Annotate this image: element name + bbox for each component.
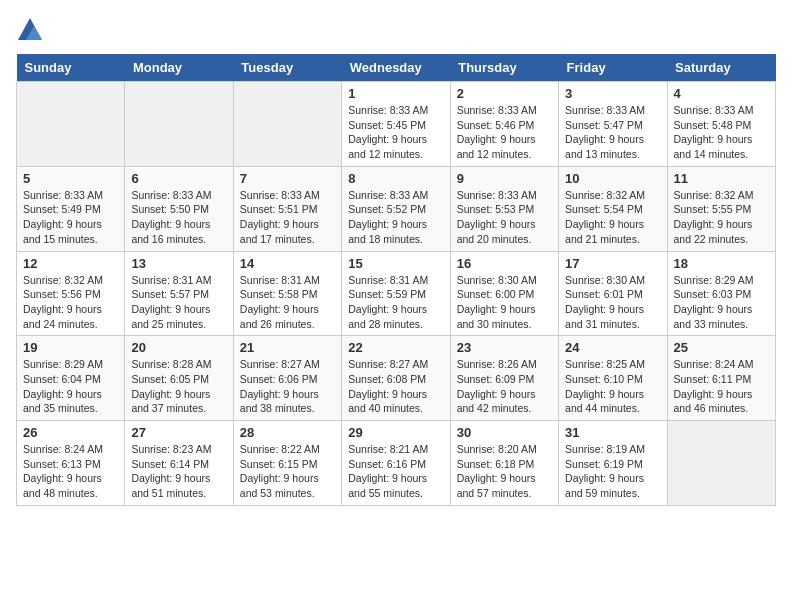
day-cell: 14Sunrise: 8:31 AM Sunset: 5:58 PM Dayli… — [233, 251, 341, 336]
header-cell-friday: Friday — [559, 54, 667, 82]
day-detail: Sunrise: 8:31 AM Sunset: 5:57 PM Dayligh… — [131, 273, 226, 332]
day-detail: Sunrise: 8:24 AM Sunset: 6:13 PM Dayligh… — [23, 442, 118, 501]
calendar-body: 1Sunrise: 8:33 AM Sunset: 5:45 PM Daylig… — [17, 82, 776, 506]
day-number: 18 — [674, 256, 769, 271]
day-number: 22 — [348, 340, 443, 355]
day-number: 24 — [565, 340, 660, 355]
day-cell: 6Sunrise: 8:33 AM Sunset: 5:50 PM Daylig… — [125, 166, 233, 251]
day-detail: Sunrise: 8:33 AM Sunset: 5:49 PM Dayligh… — [23, 188, 118, 247]
header-row: SundayMondayTuesdayWednesdayThursdayFrid… — [17, 54, 776, 82]
day-detail: Sunrise: 8:22 AM Sunset: 6:15 PM Dayligh… — [240, 442, 335, 501]
day-cell: 28Sunrise: 8:22 AM Sunset: 6:15 PM Dayli… — [233, 421, 341, 506]
day-number: 25 — [674, 340, 769, 355]
day-cell — [233, 82, 341, 167]
day-cell: 16Sunrise: 8:30 AM Sunset: 6:00 PM Dayli… — [450, 251, 558, 336]
day-detail: Sunrise: 8:27 AM Sunset: 6:08 PM Dayligh… — [348, 357, 443, 416]
day-detail: Sunrise: 8:29 AM Sunset: 6:04 PM Dayligh… — [23, 357, 118, 416]
day-number: 5 — [23, 171, 118, 186]
header-cell-tuesday: Tuesday — [233, 54, 341, 82]
calendar-header: SundayMondayTuesdayWednesdayThursdayFrid… — [17, 54, 776, 82]
day-number: 4 — [674, 86, 769, 101]
logo-icon — [16, 16, 44, 44]
day-detail: Sunrise: 8:21 AM Sunset: 6:16 PM Dayligh… — [348, 442, 443, 501]
header-cell-saturday: Saturday — [667, 54, 775, 82]
day-number: 1 — [348, 86, 443, 101]
day-detail: Sunrise: 8:31 AM Sunset: 5:59 PM Dayligh… — [348, 273, 443, 332]
day-cell: 20Sunrise: 8:28 AM Sunset: 6:05 PM Dayli… — [125, 336, 233, 421]
day-cell: 11Sunrise: 8:32 AM Sunset: 5:55 PM Dayli… — [667, 166, 775, 251]
day-number: 6 — [131, 171, 226, 186]
day-cell — [125, 82, 233, 167]
day-cell: 23Sunrise: 8:26 AM Sunset: 6:09 PM Dayli… — [450, 336, 558, 421]
day-number: 3 — [565, 86, 660, 101]
week-row-3: 12Sunrise: 8:32 AM Sunset: 5:56 PM Dayli… — [17, 251, 776, 336]
day-number: 19 — [23, 340, 118, 355]
day-cell: 30Sunrise: 8:20 AM Sunset: 6:18 PM Dayli… — [450, 421, 558, 506]
day-number: 7 — [240, 171, 335, 186]
day-cell: 13Sunrise: 8:31 AM Sunset: 5:57 PM Dayli… — [125, 251, 233, 336]
header-cell-sunday: Sunday — [17, 54, 125, 82]
day-cell: 26Sunrise: 8:24 AM Sunset: 6:13 PM Dayli… — [17, 421, 125, 506]
day-cell: 18Sunrise: 8:29 AM Sunset: 6:03 PM Dayli… — [667, 251, 775, 336]
day-detail: Sunrise: 8:32 AM Sunset: 5:55 PM Dayligh… — [674, 188, 769, 247]
day-cell: 19Sunrise: 8:29 AM Sunset: 6:04 PM Dayli… — [17, 336, 125, 421]
day-detail: Sunrise: 8:25 AM Sunset: 6:10 PM Dayligh… — [565, 357, 660, 416]
day-detail: Sunrise: 8:20 AM Sunset: 6:18 PM Dayligh… — [457, 442, 552, 501]
day-number: 10 — [565, 171, 660, 186]
day-cell: 5Sunrise: 8:33 AM Sunset: 5:49 PM Daylig… — [17, 166, 125, 251]
day-cell: 22Sunrise: 8:27 AM Sunset: 6:08 PM Dayli… — [342, 336, 450, 421]
day-detail: Sunrise: 8:29 AM Sunset: 6:03 PM Dayligh… — [674, 273, 769, 332]
day-cell: 2Sunrise: 8:33 AM Sunset: 5:46 PM Daylig… — [450, 82, 558, 167]
day-cell: 31Sunrise: 8:19 AM Sunset: 6:19 PM Dayli… — [559, 421, 667, 506]
day-number: 11 — [674, 171, 769, 186]
day-cell: 4Sunrise: 8:33 AM Sunset: 5:48 PM Daylig… — [667, 82, 775, 167]
header-cell-wednesday: Wednesday — [342, 54, 450, 82]
day-number: 12 — [23, 256, 118, 271]
day-number: 2 — [457, 86, 552, 101]
day-detail: Sunrise: 8:32 AM Sunset: 5:54 PM Dayligh… — [565, 188, 660, 247]
day-detail: Sunrise: 8:33 AM Sunset: 5:50 PM Dayligh… — [131, 188, 226, 247]
header-cell-thursday: Thursday — [450, 54, 558, 82]
day-number: 14 — [240, 256, 335, 271]
day-cell: 24Sunrise: 8:25 AM Sunset: 6:10 PM Dayli… — [559, 336, 667, 421]
week-row-5: 26Sunrise: 8:24 AM Sunset: 6:13 PM Dayli… — [17, 421, 776, 506]
day-cell: 29Sunrise: 8:21 AM Sunset: 6:16 PM Dayli… — [342, 421, 450, 506]
day-detail: Sunrise: 8:33 AM Sunset: 5:52 PM Dayligh… — [348, 188, 443, 247]
day-cell — [667, 421, 775, 506]
week-row-1: 1Sunrise: 8:33 AM Sunset: 5:45 PM Daylig… — [17, 82, 776, 167]
day-detail: Sunrise: 8:33 AM Sunset: 5:53 PM Dayligh… — [457, 188, 552, 247]
day-cell: 21Sunrise: 8:27 AM Sunset: 6:06 PM Dayli… — [233, 336, 341, 421]
day-cell: 8Sunrise: 8:33 AM Sunset: 5:52 PM Daylig… — [342, 166, 450, 251]
logo — [16, 16, 46, 44]
week-row-2: 5Sunrise: 8:33 AM Sunset: 5:49 PM Daylig… — [17, 166, 776, 251]
day-number: 9 — [457, 171, 552, 186]
day-cell: 10Sunrise: 8:32 AM Sunset: 5:54 PM Dayli… — [559, 166, 667, 251]
header-cell-monday: Monday — [125, 54, 233, 82]
day-detail: Sunrise: 8:33 AM Sunset: 5:51 PM Dayligh… — [240, 188, 335, 247]
day-cell: 17Sunrise: 8:30 AM Sunset: 6:01 PM Dayli… — [559, 251, 667, 336]
day-detail: Sunrise: 8:24 AM Sunset: 6:11 PM Dayligh… — [674, 357, 769, 416]
day-cell: 3Sunrise: 8:33 AM Sunset: 5:47 PM Daylig… — [559, 82, 667, 167]
day-number: 26 — [23, 425, 118, 440]
day-detail: Sunrise: 8:26 AM Sunset: 6:09 PM Dayligh… — [457, 357, 552, 416]
day-number: 16 — [457, 256, 552, 271]
day-number: 28 — [240, 425, 335, 440]
day-number: 13 — [131, 256, 226, 271]
day-cell: 25Sunrise: 8:24 AM Sunset: 6:11 PM Dayli… — [667, 336, 775, 421]
day-number: 15 — [348, 256, 443, 271]
day-cell: 9Sunrise: 8:33 AM Sunset: 5:53 PM Daylig… — [450, 166, 558, 251]
day-number: 31 — [565, 425, 660, 440]
day-detail: Sunrise: 8:30 AM Sunset: 6:01 PM Dayligh… — [565, 273, 660, 332]
day-number: 30 — [457, 425, 552, 440]
day-number: 27 — [131, 425, 226, 440]
day-detail: Sunrise: 8:33 AM Sunset: 5:47 PM Dayligh… — [565, 103, 660, 162]
day-detail: Sunrise: 8:31 AM Sunset: 5:58 PM Dayligh… — [240, 273, 335, 332]
day-number: 29 — [348, 425, 443, 440]
day-cell: 1Sunrise: 8:33 AM Sunset: 5:45 PM Daylig… — [342, 82, 450, 167]
week-row-4: 19Sunrise: 8:29 AM Sunset: 6:04 PM Dayli… — [17, 336, 776, 421]
day-number: 23 — [457, 340, 552, 355]
day-detail: Sunrise: 8:28 AM Sunset: 6:05 PM Dayligh… — [131, 357, 226, 416]
day-cell: 27Sunrise: 8:23 AM Sunset: 6:14 PM Dayli… — [125, 421, 233, 506]
day-detail: Sunrise: 8:23 AM Sunset: 6:14 PM Dayligh… — [131, 442, 226, 501]
day-detail: Sunrise: 8:27 AM Sunset: 6:06 PM Dayligh… — [240, 357, 335, 416]
